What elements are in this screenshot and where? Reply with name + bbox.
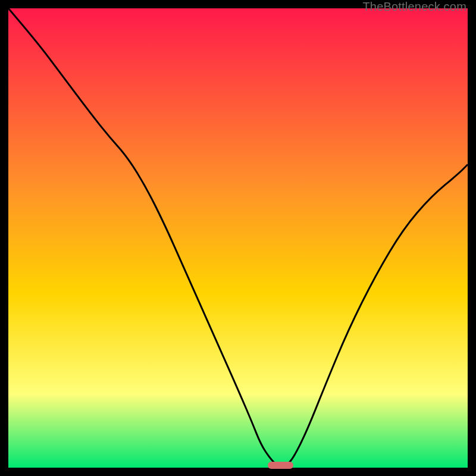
bottleneck-optimum-marker	[268, 462, 293, 469]
bottleneck-chart	[8, 8, 468, 468]
watermark-text: TheBottleneck.com	[362, 0, 466, 14]
